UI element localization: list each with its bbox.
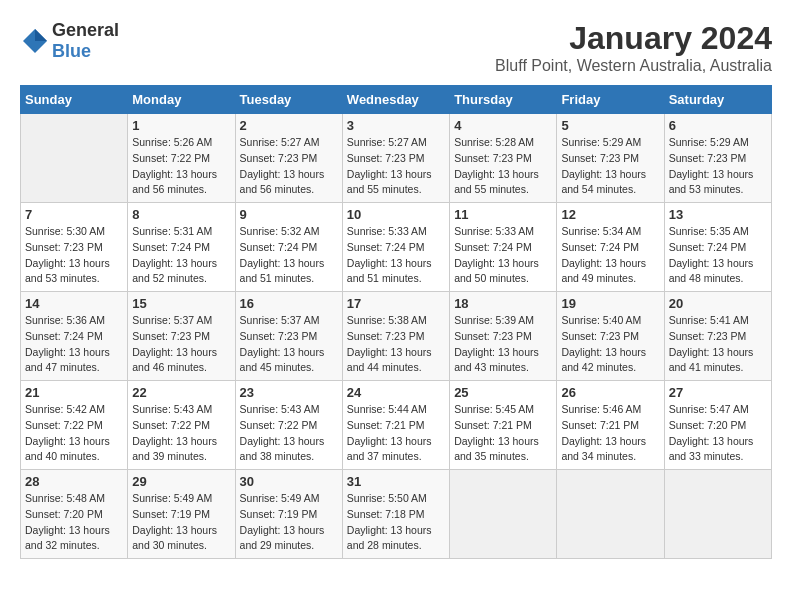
header-monday: Monday [128, 86, 235, 114]
month-title: January 2024 [495, 20, 772, 57]
day-info: Sunrise: 5:48 AMSunset: 7:20 PMDaylight:… [25, 492, 110, 551]
calendar-cell: 31 Sunrise: 5:50 AMSunset: 7:18 PMDaylig… [342, 470, 449, 559]
calendar-cell: 18 Sunrise: 5:39 AMSunset: 7:23 PMDaylig… [450, 292, 557, 381]
day-info: Sunrise: 5:47 AMSunset: 7:20 PMDaylight:… [669, 403, 754, 462]
day-number: 27 [669, 385, 767, 400]
day-info: Sunrise: 5:35 AMSunset: 7:24 PMDaylight:… [669, 225, 754, 284]
day-number: 6 [669, 118, 767, 133]
day-number: 4 [454, 118, 552, 133]
logo: General Blue [20, 20, 119, 62]
day-info: Sunrise: 5:37 AMSunset: 7:23 PMDaylight:… [240, 314, 325, 373]
header-tuesday: Tuesday [235, 86, 342, 114]
logo-icon [20, 26, 50, 56]
day-number: 17 [347, 296, 445, 311]
calendar-header-row: Sunday Monday Tuesday Wednesday Thursday… [21, 86, 772, 114]
calendar-cell [557, 470, 664, 559]
day-number: 30 [240, 474, 338, 489]
calendar-cell: 7 Sunrise: 5:30 AMSunset: 7:23 PMDayligh… [21, 203, 128, 292]
day-info: Sunrise: 5:40 AMSunset: 7:23 PMDaylight:… [561, 314, 646, 373]
calendar-cell: 26 Sunrise: 5:46 AMSunset: 7:21 PMDaylig… [557, 381, 664, 470]
calendar-row-1: 1 Sunrise: 5:26 AMSunset: 7:22 PMDayligh… [21, 114, 772, 203]
day-info: Sunrise: 5:28 AMSunset: 7:23 PMDaylight:… [454, 136, 539, 195]
day-info: Sunrise: 5:34 AMSunset: 7:24 PMDaylight:… [561, 225, 646, 284]
day-info: Sunrise: 5:45 AMSunset: 7:21 PMDaylight:… [454, 403, 539, 462]
day-number: 1 [132, 118, 230, 133]
calendar-cell: 5 Sunrise: 5:29 AMSunset: 7:23 PMDayligh… [557, 114, 664, 203]
day-info: Sunrise: 5:29 AMSunset: 7:23 PMDaylight:… [669, 136, 754, 195]
calendar-cell: 24 Sunrise: 5:44 AMSunset: 7:21 PMDaylig… [342, 381, 449, 470]
day-number: 3 [347, 118, 445, 133]
day-number: 29 [132, 474, 230, 489]
day-number: 9 [240, 207, 338, 222]
calendar-cell: 17 Sunrise: 5:38 AMSunset: 7:23 PMDaylig… [342, 292, 449, 381]
location-subtitle: Bluff Point, Western Australia, Australi… [495, 57, 772, 75]
day-number: 15 [132, 296, 230, 311]
day-info: Sunrise: 5:33 AMSunset: 7:24 PMDaylight:… [347, 225, 432, 284]
day-number: 19 [561, 296, 659, 311]
calendar-cell: 9 Sunrise: 5:32 AMSunset: 7:24 PMDayligh… [235, 203, 342, 292]
calendar-cell: 30 Sunrise: 5:49 AMSunset: 7:19 PMDaylig… [235, 470, 342, 559]
calendar-cell: 13 Sunrise: 5:35 AMSunset: 7:24 PMDaylig… [664, 203, 771, 292]
day-info: Sunrise: 5:43 AMSunset: 7:22 PMDaylight:… [132, 403, 217, 462]
calendar-cell: 6 Sunrise: 5:29 AMSunset: 7:23 PMDayligh… [664, 114, 771, 203]
calendar-cell [450, 470, 557, 559]
calendar-cell: 2 Sunrise: 5:27 AMSunset: 7:23 PMDayligh… [235, 114, 342, 203]
day-number: 7 [25, 207, 123, 222]
day-number: 14 [25, 296, 123, 311]
day-info: Sunrise: 5:37 AMSunset: 7:23 PMDaylight:… [132, 314, 217, 373]
calendar-cell [664, 470, 771, 559]
day-info: Sunrise: 5:50 AMSunset: 7:18 PMDaylight:… [347, 492, 432, 551]
day-info: Sunrise: 5:39 AMSunset: 7:23 PMDaylight:… [454, 314, 539, 373]
calendar-cell: 20 Sunrise: 5:41 AMSunset: 7:23 PMDaylig… [664, 292, 771, 381]
day-info: Sunrise: 5:30 AMSunset: 7:23 PMDaylight:… [25, 225, 110, 284]
calendar-cell: 22 Sunrise: 5:43 AMSunset: 7:22 PMDaylig… [128, 381, 235, 470]
day-number: 28 [25, 474, 123, 489]
calendar-cell: 19 Sunrise: 5:40 AMSunset: 7:23 PMDaylig… [557, 292, 664, 381]
calendar-cell: 10 Sunrise: 5:33 AMSunset: 7:24 PMDaylig… [342, 203, 449, 292]
calendar-cell: 1 Sunrise: 5:26 AMSunset: 7:22 PMDayligh… [128, 114, 235, 203]
day-info: Sunrise: 5:46 AMSunset: 7:21 PMDaylight:… [561, 403, 646, 462]
day-info: Sunrise: 5:33 AMSunset: 7:24 PMDaylight:… [454, 225, 539, 284]
calendar-cell: 28 Sunrise: 5:48 AMSunset: 7:20 PMDaylig… [21, 470, 128, 559]
day-number: 23 [240, 385, 338, 400]
calendar-cell: 27 Sunrise: 5:47 AMSunset: 7:20 PMDaylig… [664, 381, 771, 470]
day-number: 22 [132, 385, 230, 400]
day-info: Sunrise: 5:49 AMSunset: 7:19 PMDaylight:… [132, 492, 217, 551]
day-info: Sunrise: 5:29 AMSunset: 7:23 PMDaylight:… [561, 136, 646, 195]
day-number: 8 [132, 207, 230, 222]
day-info: Sunrise: 5:36 AMSunset: 7:24 PMDaylight:… [25, 314, 110, 373]
day-info: Sunrise: 5:32 AMSunset: 7:24 PMDaylight:… [240, 225, 325, 284]
calendar-cell: 4 Sunrise: 5:28 AMSunset: 7:23 PMDayligh… [450, 114, 557, 203]
header-saturday: Saturday [664, 86, 771, 114]
day-number: 31 [347, 474, 445, 489]
day-number: 24 [347, 385, 445, 400]
header-sunday: Sunday [21, 86, 128, 114]
header-wednesday: Wednesday [342, 86, 449, 114]
calendar-row-4: 21 Sunrise: 5:42 AMSunset: 7:22 PMDaylig… [21, 381, 772, 470]
logo-general-text: General [52, 20, 119, 40]
calendar-cell: 8 Sunrise: 5:31 AMSunset: 7:24 PMDayligh… [128, 203, 235, 292]
header-thursday: Thursday [450, 86, 557, 114]
calendar-cell: 11 Sunrise: 5:33 AMSunset: 7:24 PMDaylig… [450, 203, 557, 292]
day-info: Sunrise: 5:41 AMSunset: 7:23 PMDaylight:… [669, 314, 754, 373]
header-friday: Friday [557, 86, 664, 114]
calendar-cell: 3 Sunrise: 5:27 AMSunset: 7:23 PMDayligh… [342, 114, 449, 203]
calendar-row-2: 7 Sunrise: 5:30 AMSunset: 7:23 PMDayligh… [21, 203, 772, 292]
page-header: General Blue January 2024 Bluff Point, W… [20, 20, 772, 75]
day-number: 25 [454, 385, 552, 400]
calendar-cell: 15 Sunrise: 5:37 AMSunset: 7:23 PMDaylig… [128, 292, 235, 381]
calendar-cell: 16 Sunrise: 5:37 AMSunset: 7:23 PMDaylig… [235, 292, 342, 381]
day-number: 20 [669, 296, 767, 311]
calendar-cell: 21 Sunrise: 5:42 AMSunset: 7:22 PMDaylig… [21, 381, 128, 470]
day-number: 26 [561, 385, 659, 400]
day-number: 10 [347, 207, 445, 222]
logo-blue-text: Blue [52, 41, 91, 61]
calendar-row-5: 28 Sunrise: 5:48 AMSunset: 7:20 PMDaylig… [21, 470, 772, 559]
day-info: Sunrise: 5:27 AMSunset: 7:23 PMDaylight:… [347, 136, 432, 195]
day-number: 21 [25, 385, 123, 400]
calendar-cell: 14 Sunrise: 5:36 AMSunset: 7:24 PMDaylig… [21, 292, 128, 381]
day-info: Sunrise: 5:38 AMSunset: 7:23 PMDaylight:… [347, 314, 432, 373]
day-info: Sunrise: 5:26 AMSunset: 7:22 PMDaylight:… [132, 136, 217, 195]
calendar-cell: 29 Sunrise: 5:49 AMSunset: 7:19 PMDaylig… [128, 470, 235, 559]
day-info: Sunrise: 5:49 AMSunset: 7:19 PMDaylight:… [240, 492, 325, 551]
